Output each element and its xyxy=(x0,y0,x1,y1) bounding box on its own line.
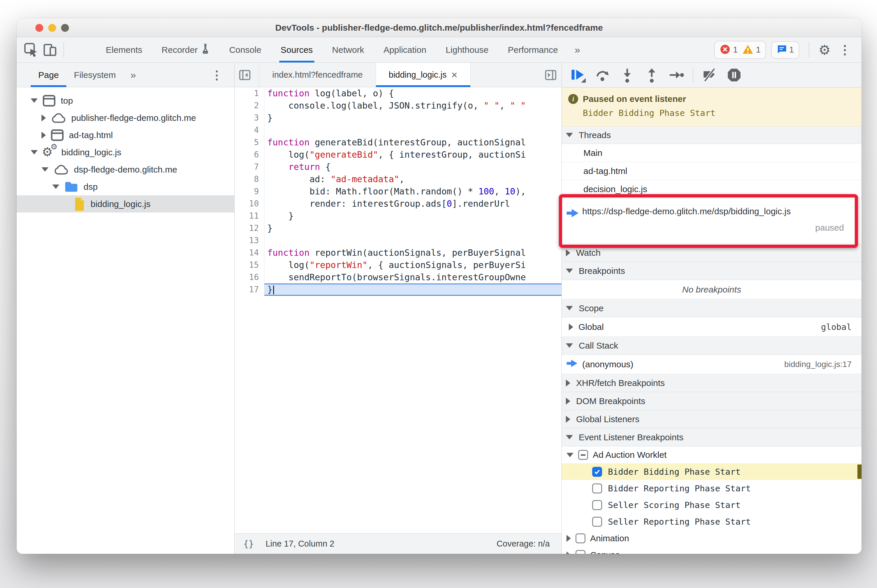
event-listener-breakpoints-section-header[interactable]: Event Listener Breakpoints xyxy=(562,428,862,446)
tree-item-worklet[interactable]: ⚙⚙ bidding_logic.js xyxy=(17,144,234,161)
pause-on-exceptions-icon[interactable] xyxy=(722,68,746,82)
line-number[interactable]: 15 xyxy=(235,259,265,271)
tab-elements[interactable]: Elements xyxy=(96,37,152,63)
code-line[interactable]: 13 xyxy=(235,234,561,247)
code-text[interactable]: console.log(label, JSON.stringify(o, " "… xyxy=(265,99,561,112)
inspect-element-icon[interactable] xyxy=(22,40,41,59)
chevron-down-icon[interactable] xyxy=(566,453,573,457)
line-number[interactable]: 17 xyxy=(235,284,265,296)
scope-section-header[interactable]: Scope xyxy=(562,299,862,317)
code-line[interactable]: 2 console.log(label, JSON.stringify(o, "… xyxy=(235,99,561,112)
code-text[interactable]: function log(label, o) { xyxy=(265,87,561,99)
step-over-icon[interactable] xyxy=(590,68,615,82)
pretty-print-icon[interactable]: {} xyxy=(243,538,254,549)
code-text[interactable]: function generateBid(interestGroup, auct… xyxy=(265,136,561,148)
code-text[interactable] xyxy=(265,234,561,247)
tree-item-dsp-domain[interactable]: dsp-fledge-demo.glitch.me xyxy=(17,161,234,178)
line-number[interactable]: 4 xyxy=(235,124,265,136)
thread-bidding-logic-current[interactable]: https://dsp-fledge-demo.glitch.me/dsp/bi… xyxy=(562,198,862,244)
tab-filesystem[interactable]: Filesystem xyxy=(66,63,123,87)
code-text[interactable]: log("reportWin", { auctionSignals, perBu… xyxy=(265,259,561,271)
checked-checkbox[interactable] xyxy=(592,467,602,477)
step-icon[interactable] xyxy=(664,68,689,82)
more-tabs-icon[interactable]: » xyxy=(568,37,587,63)
code-line[interactable]: 4 xyxy=(235,124,561,136)
code-editor[interactable]: 1function log(label, o) {2 console.log(l… xyxy=(235,87,561,533)
thread-main[interactable]: Main xyxy=(562,144,862,162)
chevron-down-icon[interactable] xyxy=(42,167,48,172)
tree-item-ad-tag[interactable]: ad-tag.html xyxy=(17,126,234,144)
editor-tab-bidding-logic[interactable]: bidding_logic.js × xyxy=(376,63,471,87)
panel-right-toggle-icon[interactable] xyxy=(544,63,561,87)
code-line[interactable]: 11 } xyxy=(235,210,561,222)
deactivate-breakpoints-icon[interactable] xyxy=(697,68,722,82)
code-line[interactable]: 7 return { xyxy=(235,161,561,173)
call-stack-section-header[interactable]: Call Stack xyxy=(562,337,862,355)
threads-section-header[interactable]: Threads xyxy=(562,126,862,144)
tab-recorder[interactable]: Recorder xyxy=(152,37,220,63)
tree-item-top[interactable]: top xyxy=(17,92,234,109)
code-line[interactable]: 3} xyxy=(235,112,561,124)
chevron-down-icon[interactable] xyxy=(31,150,38,154)
line-number[interactable]: 6 xyxy=(235,148,265,161)
elb-category-canvas[interactable]: Canvas xyxy=(562,546,862,554)
code-text[interactable]: log("generateBid", { interestGroup, auct… xyxy=(265,148,561,161)
unchecked-checkbox[interactable] xyxy=(592,500,602,510)
chevron-down-icon[interactable] xyxy=(52,184,59,189)
line-number[interactable]: 12 xyxy=(235,222,265,234)
code-line[interactable]: 6 log("generateBid", { interestGroup, au… xyxy=(235,148,561,161)
code-text[interactable]: } xyxy=(265,112,561,124)
code-text[interactable] xyxy=(265,124,561,136)
elb-item-bidder-reporting-phase-start[interactable]: Bidder Reporting Phase Start xyxy=(562,480,862,496)
code-line[interactable]: 15 log("reportWin", { auctionSignals, pe… xyxy=(235,259,561,271)
tree-item-bidding-logic-file[interactable]: bidding_logic.js xyxy=(17,195,234,213)
tab-page[interactable]: Page xyxy=(31,63,66,87)
line-number[interactable]: 5 xyxy=(235,136,265,148)
zoom-window-icon[interactable] xyxy=(61,24,69,32)
errors-warnings-badge[interactable]: 1 1 xyxy=(714,41,766,59)
more-navigator-tabs-icon[interactable]: » xyxy=(123,69,143,81)
issues-badge[interactable]: 1 xyxy=(771,41,799,58)
elb-item-seller-reporting-phase-start[interactable]: Seller Reporting Phase Start xyxy=(562,513,862,530)
code-line[interactable]: 16 sendReportTo(browserSignals.interestG… xyxy=(235,271,561,284)
watch-section-header[interactable]: Watch xyxy=(562,244,862,262)
line-number[interactable]: 16 xyxy=(235,271,265,284)
xhr-breakpoints-section-header[interactable]: XHR/fetch Breakpoints xyxy=(562,374,862,392)
code-line[interactable]: 12} xyxy=(235,222,561,234)
dom-breakpoints-section-header[interactable]: DOM Breakpoints xyxy=(562,392,862,410)
code-line[interactable]: 9 bid: Math.floor(Math.random() * 100, 1… xyxy=(235,185,561,198)
main-menu-kebab-icon[interactable]: ⋮ xyxy=(836,44,854,56)
code-line[interactable]: 5function generateBid(interestGroup, auc… xyxy=(235,136,561,148)
line-number[interactable]: 10 xyxy=(235,198,265,210)
breakpoints-section-header[interactable]: Breakpoints xyxy=(562,262,862,280)
line-number[interactable]: 7 xyxy=(235,161,265,173)
chevron-right-icon[interactable] xyxy=(569,324,573,330)
code-line[interactable]: 17} xyxy=(235,284,561,296)
chevron-right-icon[interactable] xyxy=(566,535,571,542)
chevron-right-icon[interactable] xyxy=(566,552,571,554)
line-number[interactable]: 1 xyxy=(235,87,265,99)
editor-tab-index-html[interactable]: index.html?fencedframe xyxy=(259,63,376,87)
line-number[interactable]: 13 xyxy=(235,234,265,247)
settings-gear-icon[interactable]: ⚙ xyxy=(818,43,830,57)
tab-application[interactable]: Application xyxy=(374,37,436,63)
thread-decision-logic[interactable]: decision_logic.js xyxy=(562,180,862,198)
line-number[interactable]: 14 xyxy=(235,247,265,259)
code-text[interactable]: return { xyxy=(265,161,561,173)
scope-global-row[interactable]: Global global xyxy=(562,317,862,337)
unchecked-checkbox[interactable] xyxy=(576,550,585,554)
code-line[interactable]: 1function log(label, o) { xyxy=(235,87,561,99)
minimize-window-icon[interactable] xyxy=(48,24,56,32)
close-window-icon[interactable] xyxy=(35,24,43,32)
code-line[interactable]: 14function reportWin(auctionSignals, per… xyxy=(235,247,561,259)
line-number[interactable]: 11 xyxy=(235,210,265,222)
code-text[interactable]: } xyxy=(265,210,561,222)
step-out-icon[interactable] xyxy=(639,68,664,82)
device-toolbar-icon[interactable] xyxy=(41,40,59,59)
frame-location[interactable]: bidding_logic.js:17 xyxy=(784,360,851,369)
indeterminate-checkbox[interactable] xyxy=(578,450,588,460)
tab-console[interactable]: Console xyxy=(220,37,271,63)
call-stack-frame[interactable]: (anonymous) bidding_logic.js:17 xyxy=(562,355,862,374)
panel-left-toggle-icon[interactable] xyxy=(235,63,255,87)
elb-item-bidder-bidding-phase-start[interactable]: Bidder Bidding Phase Start xyxy=(562,464,862,480)
